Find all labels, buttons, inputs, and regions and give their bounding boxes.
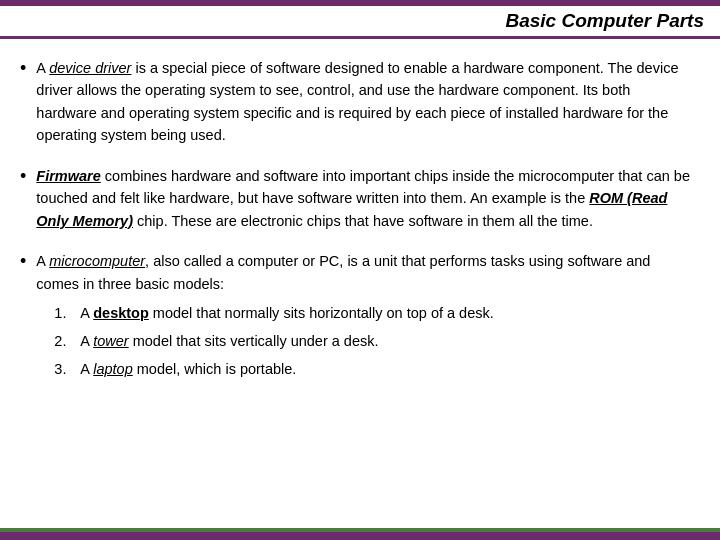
sub-num-1: 1. [54, 303, 72, 325]
header: Basic Computer Parts [0, 6, 720, 39]
bullet-text-firmware: Firmware combines hardware and software … [36, 165, 690, 232]
bullet-item-firmware: • Firmware combines hardware and softwar… [20, 165, 690, 232]
sub-item-tower: 2. A tower model that sits vertically un… [54, 331, 690, 353]
bullet-item-microcomputer: • A microcomputer, also called a compute… [20, 250, 690, 380]
page-title: Basic Computer Parts [505, 10, 704, 31]
term-device-driver: device driver [49, 60, 131, 76]
bullet-dot-3: • [20, 251, 26, 272]
bullet-text-microcomputer: A microcomputer, also called a computer … [36, 250, 690, 295]
term-rom: ROM (Read Only Memory) [36, 190, 667, 228]
sub-item-laptop-text: A laptop model, which is portable. [80, 359, 296, 381]
term-desktop: desktop [93, 305, 149, 321]
bullet-item-device-driver: • A device driver is a special piece of … [20, 57, 690, 147]
bullet-text-device-driver: A device driver is a special piece of so… [36, 57, 690, 147]
bullet-dot-1: • [20, 58, 26, 79]
content-area: • A device driver is a special piece of … [0, 39, 720, 528]
slide-container: Basic Computer Parts • A device driver i… [0, 0, 720, 540]
sub-num-3: 3. [54, 359, 72, 381]
term-laptop: laptop [93, 361, 133, 377]
sub-item-desktop-text: A desktop model that normally sits horiz… [80, 303, 493, 325]
bullet-dot-2: • [20, 166, 26, 187]
term-microcomputer: microcomputer [49, 253, 145, 269]
sub-item-tower-text: A tower model that sits vertically under… [80, 331, 378, 353]
sub-num-2: 2. [54, 331, 72, 353]
sub-item-laptop: 3. A laptop model, which is portable. [54, 359, 690, 381]
sub-item-desktop: 1. A desktop model that normally sits ho… [54, 303, 690, 325]
term-tower: tower [93, 333, 128, 349]
term-firmware: Firmware [36, 168, 100, 184]
bottom-bar [0, 532, 720, 540]
sub-list: 1. A desktop model that normally sits ho… [54, 303, 690, 380]
